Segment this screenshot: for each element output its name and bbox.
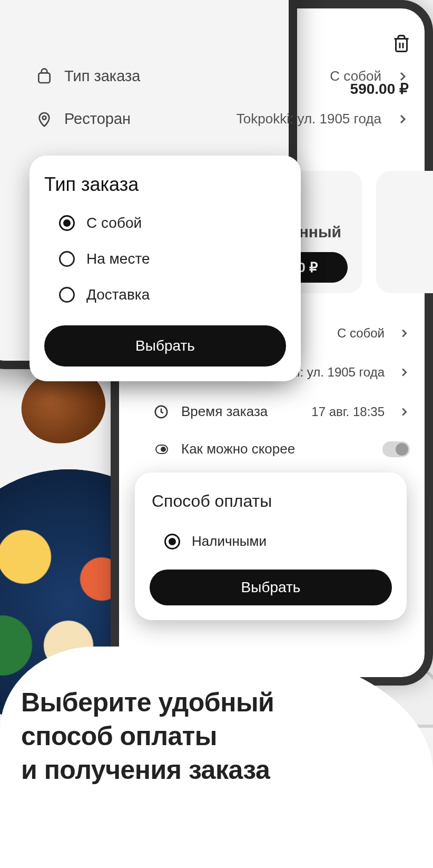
chevron-right-icon bbox=[396, 113, 409, 126]
bag-icon bbox=[36, 68, 53, 85]
order-type-option-delivery[interactable]: Доставка bbox=[44, 277, 286, 313]
pin-icon bbox=[36, 111, 53, 128]
headline-line: Выберите удобный bbox=[21, 688, 274, 717]
row-order-time[interactable]: Время заказа 17 авг. 18:35 bbox=[143, 392, 417, 431]
row-label: Тип заказа bbox=[64, 67, 140, 85]
order-type-option-onsite[interactable]: На месте bbox=[44, 241, 286, 277]
radio-checked-icon bbox=[59, 215, 75, 231]
citrus-deco bbox=[34, 468, 113, 551]
option-label: Наличными bbox=[192, 533, 267, 549]
asap-toggle[interactable] bbox=[382, 441, 410, 457]
row-label: Время заказа bbox=[181, 403, 268, 420]
row-asap: Как можно скорее bbox=[143, 431, 417, 467]
row-value: Tokpokki: ул. 1905 года bbox=[237, 111, 381, 127]
chevron-right-icon bbox=[396, 70, 409, 83]
order-type-option-takeaway[interactable]: С собой bbox=[44, 205, 286, 241]
option-label: С собой bbox=[86, 215, 142, 232]
svg-point-6 bbox=[43, 116, 46, 120]
fg-settings-list: Тип заказа С собой Ресторан Tokpokki: ул… bbox=[33, 55, 412, 140]
headline-line: и получения заказа bbox=[21, 755, 270, 785]
payment-method-modal: Способ оплаты Наличными Выбрать bbox=[135, 472, 407, 620]
clock-icon bbox=[151, 404, 172, 420]
select-button[interactable]: Выбрать bbox=[44, 325, 286, 367]
svg-point-4 bbox=[161, 447, 165, 451]
option-label: Доставка bbox=[86, 286, 150, 303]
radio-checked-icon bbox=[164, 534, 180, 549]
product-card-next[interactable] bbox=[376, 171, 433, 293]
trash-icon[interactable] bbox=[392, 34, 411, 55]
speed-icon bbox=[151, 443, 172, 456]
chevron-right-icon bbox=[398, 327, 410, 339]
headline-line: способ оплаты bbox=[21, 721, 217, 751]
option-label: На месте bbox=[86, 250, 150, 267]
payment-option-cash[interactable]: Наличными bbox=[150, 526, 392, 557]
promo-headline: Выберите удобный способ оплаты и получен… bbox=[21, 686, 412, 787]
chevron-right-icon bbox=[398, 406, 410, 418]
radio-unchecked-icon bbox=[59, 287, 75, 303]
row-value: 17 авг. 18:35 bbox=[311, 404, 385, 419]
row-label: Ресторан bbox=[64, 110, 131, 128]
svg-rect-0 bbox=[396, 39, 407, 52]
row-value: С собой bbox=[330, 68, 381, 84]
select-button[interactable]: Выбрать bbox=[150, 570, 392, 605]
modal-title: Способ оплаты bbox=[150, 491, 392, 511]
row-value: С собой bbox=[337, 326, 385, 341]
modal-title: Тип заказа bbox=[44, 173, 286, 196]
radio-unchecked-icon bbox=[59, 251, 75, 267]
row-order-type[interactable]: Тип заказа С собой bbox=[33, 55, 412, 98]
chevron-right-icon bbox=[398, 367, 410, 378]
row-label: Как можно скорее bbox=[181, 441, 295, 457]
order-type-modal: Тип заказа С собой На месте Доставка Выб… bbox=[29, 156, 301, 381]
svg-rect-5 bbox=[38, 73, 50, 83]
row-restaurant[interactable]: Ресторан Tokpokki: ул. 1905 года bbox=[33, 98, 412, 140]
